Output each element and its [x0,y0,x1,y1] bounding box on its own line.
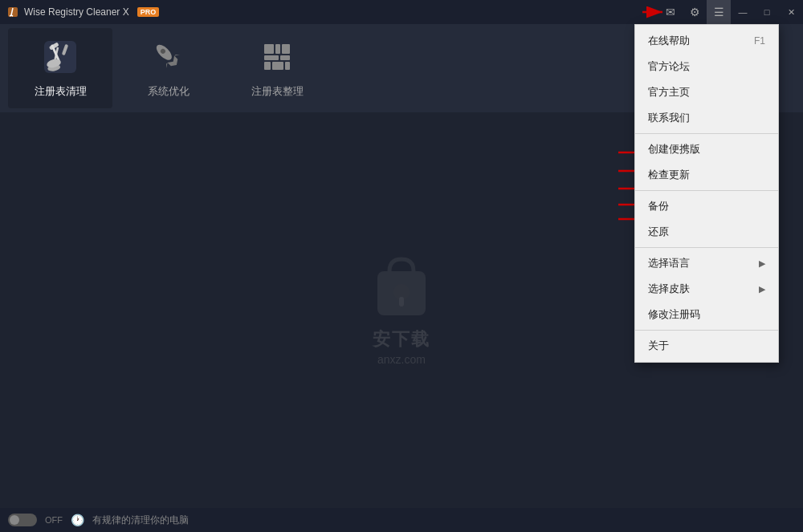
svg-rect-22 [272,62,283,70]
menu-item-label-5: 检查更新 [648,168,690,182]
menu-divider-10 [635,330,778,331]
svg-rect-26 [399,297,404,307]
menu-item-label-1: 官方论坛 [648,59,690,74]
dropdown-menu: 在线帮助F1官方论坛官方主页联系我们创建便携版检查更新备份还原选择语言▶选择皮肤… [634,24,779,363]
menu-icon-btn[interactable]: ☰ [707,0,731,24]
menu-item-5[interactable]: 检查更新 [635,162,778,188]
menu-item-label-3: 联系我们 [648,111,690,125]
toggle-knob [10,515,19,525]
window-controls: ✉ ⚙ ☰ — □ ✕ [658,0,803,24]
svg-line-2 [10,15,11,16]
menu-item-label-4: 创建便携版 [648,142,700,156]
menu-item-4[interactable]: 创建便携版 [635,136,778,162]
watermark-text: 安下载 [373,327,430,351]
menu-item-arrow-8: ▶ [759,258,765,269]
watermark-url: anxz.com [377,353,426,366]
menu-item-7[interactable]: 还原 [635,219,778,245]
menu-item-label-7: 还原 [648,225,669,239]
statusbar: OFF 🕐 有规律的清理你的电脑 [0,508,803,532]
svg-rect-21 [264,62,271,70]
maximize-button[interactable]: □ [755,0,779,24]
watermark-icon [369,255,434,319]
nav-label-registry-defrag: 注册表整理 [251,84,304,99]
clock-icon: 🕐 [71,514,84,526]
menu-divider-7 [635,247,778,248]
settings-icon-btn[interactable]: ⚙ [683,0,707,24]
menu-item-arrow-9: ▶ [759,284,765,294]
menu-item-label-6: 备份 [648,199,669,213]
registry-defrag-icon [258,38,296,76]
svg-line-3 [11,15,13,16]
nav-label-registry-clean: 注册表清理 [35,84,87,99]
menu-item-label-8: 选择语言 [648,256,690,270]
menu-item-10[interactable]: 修改注册码 [635,302,778,327]
system-optimize-icon [149,38,188,76]
nav-item-system-optimize[interactable]: 系统优化 [116,28,221,108]
menu-divider-5 [635,190,778,191]
menu-item-3[interactable]: 联系我们 [635,105,778,131]
menu-item-11[interactable]: 关于 [635,333,778,359]
menu-item-shortcut-0: F1 [754,35,765,47]
menu-item-label-0: 在线帮助 [648,34,690,48]
menu-item-8[interactable]: 选择语言▶ [635,250,778,276]
auto-clean-toggle[interactable] [8,514,37,526]
svg-rect-16 [264,44,274,54]
app-title: Wise Registry Cleaner X [24,6,129,18]
menu-item-2[interactable]: 官方主页 [635,79,778,105]
nav-item-registry-defrag[interactable]: 注册表整理 [225,28,329,108]
titlebar: Wise Registry Cleaner X PRO ✉ ⚙ ☰ — □ ✕ [0,0,803,24]
menu-item-6[interactable]: 备份 [635,193,778,219]
app-icon [6,6,19,18]
menu-item-0[interactable]: 在线帮助F1 [635,28,778,54]
status-text: 有规律的清理你的电脑 [92,514,189,527]
minimize-button[interactable]: — [731,0,755,24]
close-button[interactable]: ✕ [779,0,803,24]
registry-clean-icon [41,38,79,76]
svg-rect-20 [280,55,290,60]
watermark: 安下载 anxz.com [369,255,434,366]
nav-item-registry-clean[interactable]: 注册表清理 [8,28,112,108]
app-logo: Wise Registry Cleaner X PRO [0,6,159,18]
menu-item-label-2: 官方主页 [648,85,690,99]
menu-item-label-10: 修改注册码 [648,307,700,322]
nav-label-system-optimize: 系统优化 [148,84,190,99]
svg-rect-17 [275,44,280,54]
menu-item-9[interactable]: 选择皮肤▶ [635,276,778,302]
pro-badge: PRO [137,7,160,17]
svg-rect-23 [285,62,290,70]
menu-item-label-9: 选择皮肤 [648,282,690,296]
svg-rect-18 [282,44,290,54]
svg-rect-19 [264,55,279,60]
toggle-off-label: OFF [45,515,63,525]
menu-divider-3 [635,133,778,134]
menu-item-1[interactable]: 官方论坛 [635,54,778,79]
menu-item-label-11: 关于 [648,339,669,353]
email-icon-btn[interactable]: ✉ [658,0,683,24]
